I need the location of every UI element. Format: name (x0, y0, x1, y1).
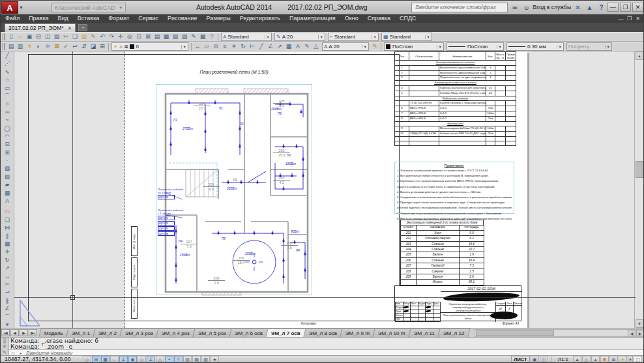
transparency-toggle[interactable]: ▥ (183, 356, 192, 362)
pan-icon[interactable]: ✛ (116, 33, 125, 41)
line-icon[interactable]: ╱ (3, 51, 12, 59)
insert-block-icon[interactable]: ⊡ (3, 140, 12, 148)
layer-isolate-icon[interactable]: ◪ (89, 42, 98, 51)
performance-icon[interactable]: ☀ (619, 356, 627, 362)
doc-minimize-button[interactable]: — (617, 14, 625, 23)
annotation-scale-button[interactable]: Л1:1 (558, 356, 568, 362)
zoom-previous-icon[interactable]: ⊠ (143, 33, 153, 41)
quick-properties-toggle[interactable]: ▤ (192, 356, 201, 362)
vertical-scrollbar[interactable]: ▲ ▼ (634, 51, 643, 328)
table-tool-icon[interactable]: ▦ (284, 42, 293, 51)
menu-item-5[interactable]: Сервис (134, 14, 163, 23)
dim-angular-icon[interactable]: ∠ (266, 42, 275, 51)
paper-model-toggle[interactable]: ЛИСТ (511, 356, 529, 362)
doc-restore-button[interactable]: ❐ (625, 14, 634, 23)
table-icon[interactable]: ▦ (3, 189, 12, 197)
infer-constraints-toggle[interactable]: ◇ (83, 356, 91, 362)
layer-make-current-icon[interactable]: ✓ (61, 42, 70, 51)
exchange-icon[interactable]: ✕ (573, 3, 583, 12)
dim-linear-icon[interactable]: ⊢ (248, 42, 257, 51)
signin-label[interactable]: Вход в службы (533, 4, 571, 10)
dynamic-ucs-toggle[interactable]: △ (156, 356, 164, 362)
linetype-control-dropdown[interactable]: ПоСлою▼ (446, 42, 504, 51)
paste-icon[interactable]: ▥ (80, 33, 89, 41)
scale-icon[interactable]: ↗ (3, 264, 12, 272)
menu-item-6[interactable]: Рисование (163, 14, 201, 23)
layout-tab-12[interactable]: ЭМ_л 12 (437, 328, 470, 337)
layout-tab-9[interactable]: ЭМ_л 9 m (340, 328, 375, 337)
otrack-toggle[interactable]: ∠ (147, 356, 155, 362)
menu-item-12[interactable]: СПДС (395, 14, 421, 23)
menu-item-1[interactable]: Правка (24, 14, 53, 23)
menu-item-10[interactable]: Окно (340, 14, 363, 23)
menu-item-4[interactable]: Формат (104, 14, 134, 23)
brush-icon[interactable]: ✎ (370, 42, 379, 51)
layer-freeze-icon[interactable]: ✻ (43, 42, 52, 51)
layout-tab-8[interactable]: ЭМ_л 8 осв (303, 328, 342, 337)
polar-toggle[interactable]: ∠ (119, 356, 128, 362)
osnap-toggle[interactable]: ◆ (128, 356, 137, 362)
clean-screen-icon[interactable]: ▢ (634, 356, 642, 362)
edit-text-icon[interactable]: ✎ (302, 42, 312, 51)
erase-icon[interactable]: ▭ (3, 207, 12, 215)
menu-item-2[interactable]: Вид (53, 14, 73, 23)
quick-view-drawings-icon[interactable]: ◫ (540, 356, 548, 362)
fillet-icon[interactable]: ⌒ (3, 313, 12, 321)
text-tool-icon[interactable]: A (293, 42, 302, 51)
field-icon[interactable]: # (229, 42, 239, 51)
construction-line-icon[interactable]: ⋰ (3, 59, 12, 67)
update-field-icon[interactable]: ↻ (239, 42, 248, 51)
move-icon[interactable]: ✛ (3, 248, 12, 255)
3d-osnap-toggle[interactable]: ◇ (138, 356, 146, 362)
scroll-up-icon[interactable]: ▲ (636, 51, 643, 60)
spline-icon[interactable]: ~ (3, 116, 12, 124)
layout-tab-4[interactable]: ЭМ_л 4 роз (156, 328, 195, 337)
region-icon[interactable]: ▰ (3, 181, 12, 188)
grid-toggle[interactable]: ▦ (101, 356, 110, 362)
rotate-icon[interactable]: ↻ (3, 256, 12, 264)
floor-plan-viewport[interactable]: 20420.72051.920315.62019.92024.22077.320… (156, 84, 312, 295)
layout-tab-1[interactable]: ЭМ_л 1 (66, 328, 95, 337)
command-line-window[interactable]: ⣿✕✎ Команда: _.erase найдено: 6 Команда:… (1, 337, 644, 355)
gradient-icon[interactable]: ▧ (3, 173, 12, 181)
dim-aligned-icon[interactable]: ╱ (257, 42, 266, 51)
menu-item-0[interactable]: Файл (1, 14, 24, 23)
help-icon[interactable]: ? (207, 33, 216, 41)
quick-view-layouts-icon[interactable]: ▣ (531, 356, 539, 362)
logo-dropdown-arrow[interactable]: ▼ (19, 5, 23, 10)
rectangle-icon[interactable]: ▭ (3, 84, 12, 92)
autocad-logo-button[interactable]: A (1, 1, 18, 14)
table-style-dropdown[interactable]: ▦Standard▼ (381, 33, 432, 41)
lock-ui-icon[interactable]: ⊠ (609, 356, 618, 362)
annotation-autoscale-icon[interactable]: △ (582, 356, 591, 362)
last-tab-button[interactable]: ▶| (29, 329, 37, 336)
layer-off-icon[interactable]: ◐ (34, 42, 43, 51)
layer-control-dropdown[interactable]: ☀ ☼ ⊠ 0 ▼ (111, 42, 188, 51)
layer-lock-icon[interactable]: ⊠ (52, 42, 61, 51)
annotation-monitor-toggle[interactable]: ★ (211, 356, 219, 362)
help-search-input[interactable] (414, 3, 497, 11)
break-icon[interactable]: ∦ (3, 297, 12, 304)
polyline-icon[interactable]: ∿ (3, 68, 12, 76)
toolbar-grip[interactable] (2, 33, 5, 40)
user-icon[interactable]: ☺ (521, 3, 531, 12)
workspace-dropdown[interactable]: Классический AutoCAD ▼ (51, 3, 126, 12)
zoom-realtime-icon[interactable]: ◎ (125, 33, 134, 41)
toolbar-grip[interactable] (2, 43, 5, 50)
layer-merge-icon[interactable]: ⊞ (98, 42, 107, 51)
plotstyle-control-dropdown[interactable]: ПоЦвету▼ (566, 42, 612, 51)
layout-tab-5[interactable]: ЭМ_л 5 роз (192, 328, 231, 337)
document-tab[interactable]: 2017.02.02 РП_ЭОМ* ✕ (5, 23, 76, 32)
doc-close-button[interactable]: ✕ (634, 14, 642, 23)
help-search-box[interactable] (411, 3, 508, 12)
menu-item-8[interactable]: Редактировать (235, 14, 285, 23)
redo-icon[interactable]: ↷ (107, 33, 116, 41)
offset-icon[interactable]: ∥ (3, 232, 12, 240)
scroll-down-icon[interactable]: ▼ (636, 319, 643, 328)
menu-item-3[interactable]: Вставка (73, 14, 104, 23)
chamfer-icon[interactable]: ∠ (3, 304, 12, 312)
menu-item-7[interactable]: Размеры (201, 14, 235, 23)
horizontal-scrollbar[interactable]: ◀ ▶ (474, 329, 644, 337)
revision-cloud-icon[interactable]: ∾ (3, 108, 12, 116)
snap-toggle[interactable]: ⊞ (92, 356, 100, 362)
